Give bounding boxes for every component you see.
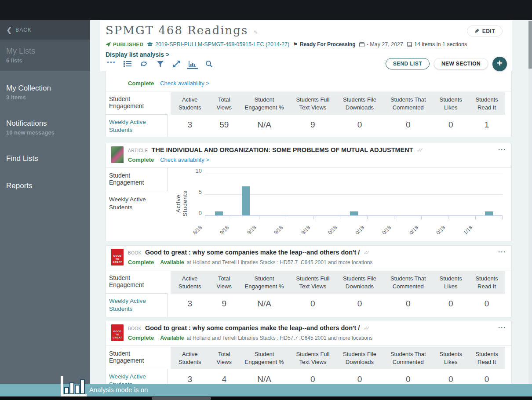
completion-status: Complete — [128, 80, 154, 87]
item-title[interactable]: Good to great : why some companies make … — [145, 324, 360, 331]
student-engagement-section: Student Engagement Weekly Active Student… — [106, 91, 511, 137]
main-content: Complete Check availability > Student En… — [90, 20, 532, 400]
sidebar-item-find-lists[interactable]: Find Lists — [0, 149, 90, 168]
metric-value: 0 — [336, 294, 383, 315]
horizontal-scrollbar-thumb[interactable] — [152, 397, 211, 400]
back-label: BACK — [15, 27, 32, 33]
student-engagement-chart-section: Student Engagement Weekly Active Student… — [106, 167, 511, 241]
items-count: 14 items in 1 sections — [414, 41, 467, 47]
analysis-mode-icon[interactable] — [187, 58, 198, 69]
sidebar-item-label: My Collection — [6, 84, 84, 93]
metric-value: 0 — [468, 294, 505, 315]
item-options-icon[interactable]: ⋯ — [498, 145, 506, 153]
metric-value: N/A — [239, 294, 289, 315]
double-check-icon: ✓✓ — [417, 147, 424, 153]
vertical-scrollbar-thumb[interactable] — [528, 21, 532, 69]
list-toolbar: ⋯ — [106, 56, 507, 71]
calendar-icon — [359, 42, 364, 47]
bottom-bar — [0, 396, 532, 400]
add-item-button[interactable]: + — [492, 57, 507, 71]
list-status-row: PUBLISHED 2019-SPRI-PULLM-SPMGT-468-0591… — [106, 41, 507, 47]
weekly-active-students-tab[interactable]: Weekly Active Students — [109, 118, 153, 134]
column-header: Students Read It — [468, 347, 505, 369]
metric-value: 0 — [336, 115, 383, 136]
sidebar-item-my-lists[interactable]: My Lists 6 lists — [0, 40, 90, 71]
metric-value: 9 — [209, 294, 239, 315]
weekly-active-students-tab[interactable]: Weekly Active Students — [109, 196, 153, 211]
course-code-link[interactable]: 2019-SPRI-PULLM-SPMGT-468-05915-LEC (201… — [155, 41, 289, 47]
column-header: Student Engagement % — [239, 92, 289, 115]
new-section-button[interactable]: NEW SECTION — [434, 58, 488, 69]
column-header: Total Views — [209, 92, 239, 115]
sidebar-item-sublabel: 6 lists — [6, 57, 84, 64]
sidebar-item-reports[interactable]: Reports — [0, 176, 90, 196]
item-options-icon[interactable]: ⋯ — [498, 323, 506, 331]
metric-value: 0 — [383, 294, 433, 315]
edit-button[interactable]: ✎ EDIT — [467, 25, 503, 36]
chart-y-tick-label: 10 — [196, 167, 202, 174]
send-list-button[interactable]: SEND LIST — [386, 58, 430, 69]
completion-status: Complete — [128, 335, 154, 341]
item-title[interactable]: THE INDIVIDUAL AND ORGANIZATION: SOME PR… — [152, 146, 413, 153]
column-header: Total Views — [209, 347, 239, 369]
metric-value: 59 — [209, 115, 239, 136]
activity-chart: Active Students 0510 8/189/189/189/189/1… — [168, 168, 511, 241]
flag-icon: ⚑ — [293, 41, 298, 47]
metric-value: N/A — [239, 115, 289, 136]
item-options-icon[interactable]: ⋯ — [498, 247, 506, 256]
metric-value: 9 — [289, 115, 336, 136]
availability-status: Available — [160, 335, 184, 341]
check-availability-link[interactable]: Check availability > — [160, 80, 209, 87]
sidebar-item-label: Reports — [6, 182, 84, 190]
item-thumbnail — [111, 146, 124, 163]
back-button[interactable]: ❮ BACK — [0, 20, 90, 40]
list-view-icon[interactable] — [122, 58, 133, 69]
published-status: PUBLISHED — [113, 42, 143, 47]
search-icon[interactable] — [203, 58, 215, 69]
student-engagement-section: Student Engagement Weekly Active Student… — [106, 270, 511, 317]
expand-icon[interactable] — [171, 58, 182, 69]
column-header: Students Read It — [468, 271, 505, 294]
refresh-icon[interactable] — [138, 58, 149, 69]
column-header: Active Students — [171, 347, 209, 369]
item-thumbnail: GOOD TO GREAT — [111, 324, 124, 341]
completion-status: Complete — [128, 156, 154, 163]
reading-list-item-card: Complete Check availability > Student En… — [106, 66, 512, 137]
chart-y-tick-label: 0 — [199, 210, 202, 216]
engagement-table: Active StudentsTotal ViewsStudent Engage… — [171, 92, 505, 136]
engagement-panel-title[interactable]: Student Engagement — [106, 168, 168, 191]
sidebar-item-notifications[interactable]: Notifications 10 new messages — [0, 114, 90, 141]
edit-note-icon[interactable]: ✎ — [254, 29, 258, 36]
column-header: Students That Commented — [383, 271, 433, 294]
column-header: Student Engagement % — [239, 271, 289, 294]
chart-y-axis-label: Active Students — [175, 184, 189, 223]
sidebar-item-my-collection[interactable]: My Collection 3 items — [0, 79, 90, 106]
chart-x-labels: 8/189/189/189/189/180/180/180/180/180/18… — [205, 220, 503, 241]
check-availability-link[interactable]: Check availability > — [160, 156, 209, 163]
column-header: Students Likes — [433, 271, 468, 294]
vertical-scrollbar[interactable] — [528, 20, 532, 384]
app-window: ❮ BACK My Lists 6 lists My Collection 3 … — [0, 0, 532, 400]
column-header: Students File Downloads — [336, 271, 383, 294]
column-header: Students Likes — [433, 92, 468, 115]
pencil-icon: ✎ — [474, 28, 479, 34]
engagement-panel-title: Student Engagement — [106, 346, 168, 369]
reading-list-item-card: ARTICLE THE INDIVIDUAL AND ORGANIZATION:… — [106, 143, 512, 241]
metric-value: 0 — [289, 294, 336, 315]
sidebar-item-sublabel: 3 items — [6, 94, 84, 101]
item-location: at Holland and Terrell Libraries Stacks … — [187, 335, 373, 341]
plus-icon: + — [497, 58, 503, 69]
chart-bar — [485, 211, 493, 215]
column-header: Student Engagement % — [239, 347, 289, 369]
filter-icon[interactable] — [154, 58, 166, 69]
weekly-active-students-tab[interactable]: Weekly Active Students — [109, 297, 153, 313]
completion-status: Complete — [128, 259, 154, 265]
graduation-cap-icon — [147, 42, 153, 47]
edit-label: EDIT — [482, 28, 495, 34]
analysis-mode-message: Analysis mode is on — [89, 386, 148, 393]
metric-value: 3 — [171, 115, 209, 136]
more-options-icon[interactable]: ⋯ — [106, 58, 117, 69]
metric-value: 0 — [433, 294, 468, 315]
item-title[interactable]: Good to great : why some companies make … — [145, 249, 360, 256]
item-type-label: ARTICLE — [128, 148, 148, 153]
